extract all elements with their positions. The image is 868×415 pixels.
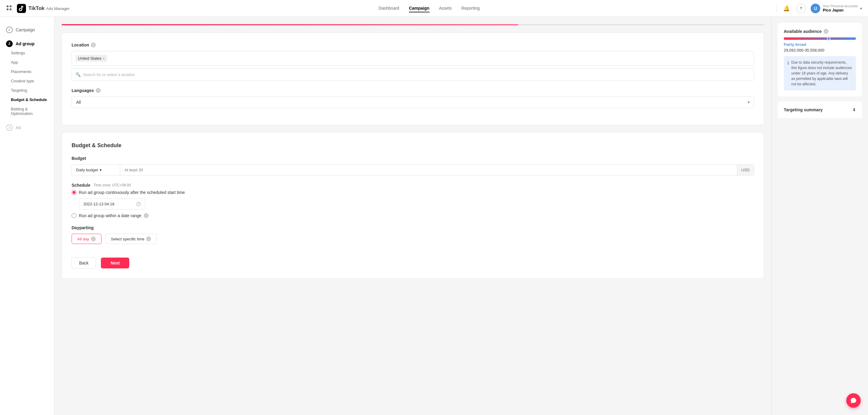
start-date-input[interactable]: 2022-12-13 04:18 🕐 [79, 199, 145, 210]
svg-rect-0 [7, 5, 8, 7]
location-tag-us: United States × [75, 55, 107, 62]
grid-icon[interactable] [6, 5, 12, 12]
sidebar-ad-label: Ad [16, 125, 21, 130]
schedule-label: Schedule Time zone: UTC+08:00 [71, 183, 754, 187]
budget-input-row: Daily budget ▾ USD [71, 164, 754, 176]
specific-time-button[interactable]: Select specific time i [105, 234, 157, 244]
sidebar-adgroup-label: Ad group [16, 41, 34, 46]
location-search-input[interactable]: 🔍 Search for or select a location [71, 68, 754, 81]
nav-assets[interactable]: Assets [439, 4, 452, 12]
svg-rect-2 [7, 8, 8, 10]
schedule-timezone: Time zone: UTC+08:00 [93, 183, 131, 187]
nav-right: 🔔 ? U Your Personal accounts Pico Japan … [776, 4, 862, 13]
avatar: U [811, 4, 820, 13]
nav-divider [776, 5, 777, 12]
dayparting-field: Dayparting All day i Select specific tim… [71, 225, 754, 244]
dayparting-options: All day i Select specific time i [71, 234, 754, 244]
nav-links: Dashboard Campaign Assets Reporting [82, 4, 776, 12]
clock-icon: 🕐 [136, 202, 141, 206]
top-navigation: TikTok Ads Manager Dashboard Campaign As… [0, 0, 868, 17]
targeting-summary-chevron-icon: ⬇ [852, 107, 856, 112]
audience-info-icon[interactable]: i [824, 29, 829, 34]
sidebar-step2-adgroup[interactable]: 2 Ad group [0, 37, 54, 48]
budget-currency-label: USD [737, 165, 754, 175]
sidebar-step3-ad[interactable]: 3 Ad [0, 120, 54, 135]
targeting-summary-toggle[interactable]: Targeting summary ⬇ [784, 107, 856, 112]
audience-breadth-label: Fairly broad [784, 42, 856, 47]
progress-bar [62, 24, 764, 25]
targeting-summary-card: Targeting summary ⬇ [778, 101, 862, 118]
nav-reporting[interactable]: Reporting [462, 4, 480, 12]
bottom-action-bar: Back Next [71, 251, 754, 269]
search-icon: 🔍 [75, 72, 81, 77]
step2-indicator: 2 [6, 40, 13, 47]
audience-indicator [827, 37, 831, 40]
budget-label: Budget [71, 156, 754, 161]
radio-date-range-input[interactable] [71, 213, 76, 218]
radio-continuous[interactable]: Run ad group continuously after the sche… [71, 190, 754, 195]
budget-type-chevron-icon: ▾ [100, 168, 102, 172]
languages-label: Languages i [71, 88, 754, 93]
location-info-icon[interactable]: i [91, 42, 96, 47]
audience-title: Available audience i [784, 29, 856, 34]
audience-card: Available audience i Fairly broad 29,092… [778, 23, 862, 97]
location-selected-area: United States × [71, 51, 754, 66]
dayparting-label: Dayparting [71, 225, 754, 230]
logo-text: TikTok Ads Manager [28, 5, 69, 11]
svg-rect-3 [10, 8, 11, 10]
app-layout: ✓ Campaign 2 Ad group Settings App Place… [0, 17, 868, 415]
radio-date-range[interactable]: Run ad group within a date range i [71, 213, 754, 218]
sidebar-campaign-label: Campaign [16, 28, 35, 32]
main-content: Location i United States × 🔍 Search for … [54, 17, 771, 415]
languages-info-icon[interactable]: i [96, 88, 100, 93]
audience-bar [784, 37, 856, 40]
radio-continuous-input[interactable] [71, 190, 76, 195]
schedule-field: Schedule Time zone: UTC+08:00 Run ad gro… [71, 183, 754, 218]
sidebar: ✓ Campaign 2 Ad group Settings App Place… [0, 17, 54, 415]
step3-indicator: 3 [6, 124, 13, 131]
budget-schedule-title: Budget & Schedule [71, 142, 754, 149]
allday-button[interactable]: All day i [71, 234, 101, 244]
specific-info-icon[interactable]: i [146, 237, 151, 241]
sidebar-item-app[interactable]: App [0, 58, 54, 67]
user-menu-chevron: ▾ [860, 6, 862, 10]
sidebar-item-bidding[interactable]: Bidding & Optimization [0, 104, 54, 118]
location-remove-btn[interactable]: × [103, 57, 105, 61]
progress-bar-fill [62, 24, 518, 25]
languages-dropdown[interactable]: All ▾ [71, 97, 754, 108]
budget-amount-input[interactable] [120, 165, 737, 175]
budget-schedule-section: Budget & Schedule Budget Daily budget ▾ … [62, 132, 764, 279]
user-info: Your Personal accounts Pico Japan [823, 4, 858, 12]
audience-range: 29,092,000-35,558,000 [784, 48, 856, 53]
tiktok-logo-icon [17, 4, 26, 13]
back-button[interactable]: Back [71, 257, 96, 269]
date-range-info-icon[interactable]: i [144, 213, 149, 218]
audience-notice: ℹ Due to data security requirements, thi… [784, 56, 856, 91]
chat-bubble-button[interactable] [846, 393, 861, 408]
notice-info-icon: ℹ [787, 60, 789, 87]
sidebar-item-placements[interactable]: Placements [0, 67, 54, 76]
nav-campaign[interactable]: Campaign [409, 4, 430, 12]
sidebar-item-creative-type[interactable]: Creative type [0, 76, 54, 85]
chat-icon [850, 397, 857, 404]
next-button[interactable]: Next [101, 257, 129, 269]
sidebar-item-settings[interactable]: Settings [0, 48, 54, 58]
logo: TikTok Ads Manager [17, 4, 69, 13]
help-button[interactable]: ? [796, 4, 806, 13]
languages-chevron-icon: ▾ [748, 100, 750, 104]
right-panel: Available audience i Fairly broad 29,092… [771, 17, 868, 415]
budget-type-dropdown[interactable]: Daily budget ▾ [72, 165, 120, 175]
nav-dashboard[interactable]: Dashboard [378, 4, 399, 12]
location-languages-section: Location i United States × 🔍 Search for … [62, 33, 764, 125]
user-account-menu[interactable]: U Your Personal accounts Pico Japan ▾ [811, 4, 862, 13]
location-label: Location i [71, 42, 754, 47]
sidebar-item-targeting[interactable]: Targeting [0, 85, 54, 95]
location-field: Location i United States × 🔍 Search for … [71, 42, 754, 81]
budget-field: Budget Daily budget ▾ USD [71, 156, 754, 176]
sidebar-step1-campaign[interactable]: ✓ Campaign [0, 23, 54, 37]
allday-info-icon[interactable]: i [91, 237, 96, 241]
notification-bell[interactable]: 🔔 [782, 4, 791, 13]
sidebar-item-budget-schedule[interactable]: Budget & Schedule [0, 95, 54, 104]
step1-indicator: ✓ [6, 27, 13, 33]
languages-field: Languages i All ▾ [71, 88, 754, 108]
